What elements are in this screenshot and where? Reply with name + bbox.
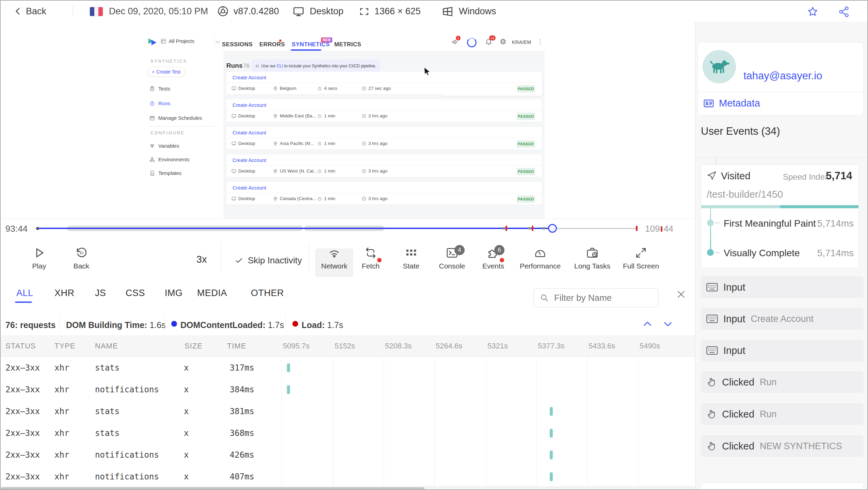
app-header: All Projects SESSIONS ERRORS SYNTHETICS … xyxy=(144,33,545,51)
full-screen-button[interactable]: Full Screen xyxy=(617,246,665,270)
event-card-input[interactable]: InputCreate Account xyxy=(701,308,864,330)
filter-by-name-input[interactable] xyxy=(553,292,650,304)
chevron-left-icon[interactable] xyxy=(14,7,22,16)
run-card[interactable]: Create Account Desktop Middle East (Ba..… xyxy=(226,99,542,122)
col-type[interactable]: TYPE xyxy=(54,342,75,350)
back-button[interactable]: Back xyxy=(26,6,46,17)
next-event-card-partial[interactable] xyxy=(701,483,864,490)
create-test-button[interactable]: + Create Test xyxy=(147,67,185,77)
run-name-link[interactable]: Create Account xyxy=(232,75,266,80)
device-type: Desktop xyxy=(310,6,343,17)
horizontal-scrollbar[interactable] xyxy=(1,487,695,490)
kebab-menu-icon[interactable]: ⋮ xyxy=(537,38,543,45)
run-name-link[interactable]: Create Account xyxy=(232,130,266,135)
event-card-input[interactable]: Input xyxy=(701,276,864,298)
tab-media[interactable]: MEDIA xyxy=(197,288,227,298)
tab-css[interactable]: CSS xyxy=(126,288,145,298)
back-10-button[interactable]: 10 Back xyxy=(58,246,105,270)
timeline-error-marker[interactable] xyxy=(636,226,638,231)
play-button[interactable]: Play xyxy=(15,246,63,270)
table-row[interactable]: 2xx–3xx xhr stats x 317ms xyxy=(1,357,695,379)
sidebar-item-runs[interactable]: Runs xyxy=(149,100,170,106)
user-menu[interactable]: KRAIEM xyxy=(512,39,531,45)
event-card-input[interactable]: Input xyxy=(701,340,864,361)
timeline-played-track[interactable] xyxy=(38,228,553,229)
run-card[interactable]: Create Account Desktop Asia Pacific (M..… xyxy=(226,127,542,149)
col-name[interactable]: NAME xyxy=(95,342,118,350)
tab-errors[interactable]: ERRORS xyxy=(259,41,285,48)
timeline-remaining-track[interactable] xyxy=(553,228,638,229)
col-status[interactable]: STATUS xyxy=(5,342,36,350)
waterfall-bar xyxy=(287,385,290,394)
sidebar-item-manage-schedules[interactable]: Manage Schedules xyxy=(149,115,202,121)
table-row[interactable]: 2xx–3xx xhr notifications x 384ms xyxy=(1,379,695,401)
timeline-event-dot[interactable] xyxy=(543,227,545,230)
col-time[interactable]: TIME xyxy=(227,342,246,350)
visually-complete-dot xyxy=(707,249,714,256)
run-name-link[interactable]: Create Account xyxy=(232,158,266,163)
favorite-star-icon[interactable] xyxy=(807,6,819,18)
divider xyxy=(226,110,542,111)
sidebar-item-variables[interactable]: Variables xyxy=(149,143,179,149)
table-row[interactable]: 2xx–3xx xhr notifications x 426ms xyxy=(1,444,695,466)
variables-icon xyxy=(149,143,155,149)
user-email-link[interactable]: tahay@asayer.io xyxy=(743,70,822,82)
time-col: 5433.6s xyxy=(589,342,615,350)
performance-panel-button[interactable]: Performance xyxy=(516,246,564,270)
time-col: 5095.7s xyxy=(283,342,309,350)
sidebar-item-templates[interactable]: Templates xyxy=(149,170,181,176)
jump-next-icon[interactable] xyxy=(662,318,673,329)
divider xyxy=(73,5,73,17)
waterfall-bar xyxy=(550,429,553,438)
speed-index-value: 5,714 xyxy=(826,170,852,182)
tab-metrics[interactable]: METRICS xyxy=(334,41,361,48)
timeline-event-dot[interactable] xyxy=(502,227,505,230)
fetch-icon xyxy=(364,246,377,259)
tab-js[interactable]: JS xyxy=(95,288,106,298)
events-panel-button[interactable]: Events xyxy=(469,246,517,270)
run-card[interactable]: Create Account Desktop Canada (Centra...… xyxy=(226,182,542,205)
state-panel-button[interactable]: State xyxy=(387,246,435,270)
tab-sessions[interactable]: SESSIONS xyxy=(222,41,253,48)
waterfall-bar xyxy=(550,451,553,459)
timeline-error-marker[interactable] xyxy=(532,226,533,231)
run-name-link[interactable]: Create Account xyxy=(232,185,266,191)
tab-other[interactable]: OTHER xyxy=(251,288,284,298)
gear-icon[interactable]: ⚙ xyxy=(500,37,507,46)
table-row[interactable]: 2xx–3xx xhr notifications x 407ms xyxy=(1,466,695,488)
tab-xhr[interactable]: XHR xyxy=(54,288,75,298)
playhead-handle[interactable] xyxy=(548,224,557,233)
col-size[interactable]: SIZE xyxy=(184,342,203,350)
visited-event-card[interactable]: Visited Speed Index 5,714 /test-builder/… xyxy=(701,165,859,268)
scrollbar-thumb[interactable] xyxy=(1,487,424,490)
tab-img[interactable]: IMG xyxy=(165,288,183,298)
cli-link[interactable]: CLI xyxy=(277,64,283,68)
hyena-icon xyxy=(709,59,730,75)
run-card[interactable]: Create Account Desktop Belgium 4 secs 27… xyxy=(226,72,542,94)
skip-inactivity-toggle[interactable]: Skip Inactivity xyxy=(235,255,302,266)
run-location: Belgium xyxy=(273,86,296,91)
jump-prev-icon[interactable] xyxy=(642,318,653,329)
tab-all[interactable]: ALL xyxy=(16,288,33,298)
run-card[interactable]: Create Account Desktop US West (N. Cal..… xyxy=(226,154,542,177)
table-row[interactable]: 2xx–3xx xhr stats x 381ms xyxy=(1,401,695,422)
close-panel-icon[interactable] xyxy=(676,289,686,299)
player-timeline[interactable]: 93:44 10944 xyxy=(1,218,695,239)
timeline-event-dot[interactable] xyxy=(528,227,531,230)
table-row[interactable]: 2xx–3xx xhr stats x 368ms xyxy=(1,422,695,444)
run-name-link[interactable]: Create Account xyxy=(232,102,266,108)
event-card-clicked[interactable]: ClickedRun xyxy=(701,371,864,393)
navigation-icon xyxy=(707,170,717,181)
long-tasks-panel-button[interactable]: Long Tasks xyxy=(568,246,616,270)
console-panel-button[interactable]: Console xyxy=(428,246,476,270)
share-icon[interactable] xyxy=(838,6,850,18)
run-location: Middle East (Ba... xyxy=(273,113,316,118)
event-card-clicked[interactable]: ClickedNEW SYNTHETICS xyxy=(701,435,864,457)
metadata-button[interactable]: Metadata xyxy=(703,98,760,109)
sidebar-item-environments[interactable]: Environments xyxy=(149,157,190,162)
speed-button[interactable]: 3x xyxy=(196,254,207,265)
event-card-clicked[interactable]: ClickedRun xyxy=(701,403,864,425)
sidebar-item-tests[interactable]: Tests xyxy=(149,86,170,92)
project-selector[interactable]: All Projects xyxy=(161,38,219,44)
timeline-error-marker[interactable] xyxy=(505,226,507,231)
